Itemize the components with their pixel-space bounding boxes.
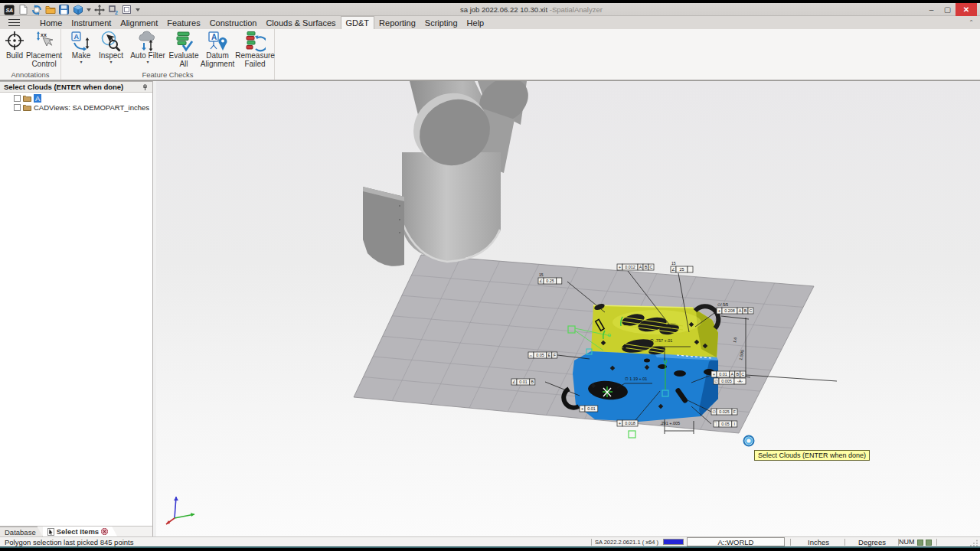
- gdt-annotation[interactable]: ⌖0.012ABC: [617, 264, 654, 270]
- svg-text:0.018: 0.018: [625, 421, 635, 425]
- qat-dropdown-icon[interactable]: [86, 5, 91, 15]
- resize-grip[interactable]: [969, 540, 978, 546]
- checkbox[interactable]: [14, 95, 21, 102]
- checkbox[interactable]: [14, 104, 21, 111]
- svg-text:B: B: [736, 372, 739, 377]
- svg-text:∅: ∅: [712, 409, 716, 414]
- auto-filter-button[interactable]: Auto Filter▾: [126, 29, 169, 64]
- progress-indicator: [663, 539, 684, 545]
- gdt-annotation[interactable]: ⌖0.018: [617, 420, 638, 426]
- gdt-annotation[interactable]: ⌓0.05EF: [528, 352, 557, 358]
- placement-control-button[interactable]: xxPlacement Control: [28, 29, 60, 68]
- gdt-annotation[interactable]: ∅0.025F: [711, 409, 737, 415]
- gdt-annotation[interactable]: ⌖0.01ABC: [711, 371, 746, 377]
- svg-text:25: 25: [680, 267, 684, 272]
- close-tab-icon[interactable]: [101, 528, 108, 535]
- ribbon-tab-reporting[interactable]: Reporting: [374, 16, 420, 29]
- tree-item[interactable]: A: [14, 94, 152, 103]
- ribbon-tab-scripting[interactable]: Scripting: [420, 16, 462, 29]
- workspace: Select Clouds (ENTER when done) A CADVie…: [0, 80, 980, 536]
- status-units[interactable]: Inches: [793, 538, 844, 546]
- maximize-button[interactable]: ▢: [939, 3, 956, 16]
- svg-text:B: B: [531, 380, 534, 384]
- svg-text:⌖: ⌖: [619, 421, 621, 425]
- panel-header: Select Clouds (ENTER when done): [0, 82, 152, 93]
- gdt-annotation[interactable]: ⌖0.01: [580, 406, 598, 412]
- ribbon-tab-alignment[interactable]: Alignment: [116, 16, 162, 29]
- svg-text:0.01: 0.01: [719, 372, 727, 377]
- svg-text:∅/ 5/5: ∅/ 5/5: [717, 302, 728, 307]
- tree-item-label[interactable]: CADViews: SA DEMOPART_inches: [34, 103, 149, 112]
- ribbon-tab-help[interactable]: Help: [462, 16, 489, 29]
- svg-text:C: C: [650, 265, 653, 269]
- ribbon-tab-gd-t[interactable]: GD&T: [341, 16, 375, 29]
- status-bar: Polygon selection last picked 845 points…: [0, 536, 980, 546]
- robot-arm[interactable]: [363, 81, 537, 266]
- tree-view: A CADViews: SA DEMOPART_inches: [0, 93, 152, 527]
- close-button[interactable]: ✕: [956, 3, 977, 16]
- folder-icon: [23, 95, 31, 102]
- graphics-viewport[interactable]: ⌖0.012ABC∠2515∠0.2515⌖0.208ABC∅/ 5/5⌓0.0…: [156, 81, 980, 537]
- tree-item[interactable]: CADViews: SA DEMOPART_inches: [14, 103, 152, 112]
- dropdown-caret-icon[interactable]: ▾: [80, 60, 82, 64]
- window-title: sa job 2022.06.22 10.30.xit -SpatialAnal…: [460, 5, 603, 14]
- build-button[interactable]: Build: [2, 29, 28, 60]
- tree-item-label[interactable]: A: [34, 94, 41, 103]
- dropdown-caret-icon[interactable]: ▾: [146, 60, 149, 64]
- ribbon-tab-features[interactable]: Features: [162, 16, 204, 29]
- minimize-button[interactable]: –: [923, 3, 939, 16]
- button-label: Datum Alignment: [201, 52, 234, 68]
- svg-text:15: 15: [539, 272, 544, 277]
- dimension-text: .291 +.005: [660, 421, 680, 425]
- ribbon-tab-clouds-surfaces[interactable]: Clouds & Surfaces: [261, 16, 340, 29]
- view-cube-icon[interactable]: [72, 5, 83, 15]
- gdt-annotation[interactable]: ∠2515: [671, 261, 693, 272]
- status-angle-units[interactable]: Degrees: [847, 538, 897, 546]
- tab-select-items[interactable]: Select Items: [43, 527, 117, 536]
- svg-text:0.005: 0.005: [721, 379, 732, 383]
- cursor: [744, 436, 754, 446]
- letterbox-bottom: [0, 546, 980, 551]
- ribbon-tab-home[interactable]: Home: [35, 16, 67, 29]
- datum-alignment-icon: A: [207, 31, 228, 52]
- svg-text:0.05: 0.05: [536, 353, 544, 357]
- evaluate-all-button[interactable]: Evaluate All: [169, 29, 198, 68]
- select-clouds-panel: Select Clouds (ENTER when done) A CADVie…: [0, 81, 153, 537]
- window-restore-icon[interactable]: [121, 5, 132, 15]
- make-button[interactable]: AMake▾: [67, 29, 96, 64]
- svg-text:B: B: [744, 308, 747, 313]
- new-document-icon[interactable]: [17, 5, 28, 15]
- frame-2-icon[interactable]: 2: [107, 5, 119, 15]
- panel-tab-bar: Database Select Items: [0, 526, 152, 536]
- datum-alignment-button[interactable]: ADatum Alignment: [198, 29, 237, 68]
- remeasure-failed-icon: [244, 31, 266, 52]
- ribbon-tab-construction[interactable]: Construction: [205, 16, 262, 29]
- import-icon[interactable]: [31, 5, 42, 15]
- qat-dropdown-icon-2[interactable]: [135, 5, 140, 15]
- status-indicator-2: [926, 540, 932, 546]
- button-label: Placement Control: [26, 52, 62, 68]
- group-label: Feature Checks: [61, 70, 274, 80]
- ribbon-tab-instrument[interactable]: Instrument: [67, 16, 116, 29]
- svg-text:A: A: [211, 33, 217, 41]
- move-icon[interactable]: [93, 5, 105, 15]
- button-label: Auto Filter: [130, 52, 165, 60]
- open-folder-icon[interactable]: [44, 5, 56, 15]
- button-label: Evaluate All: [169, 52, 199, 68]
- dropdown-caret-icon[interactable]: ▾: [109, 60, 112, 64]
- status-frame[interactable]: A::WORLD: [687, 537, 785, 546]
- remeasure-failed-button[interactable]: Remeasure Failed: [237, 29, 273, 68]
- pin-icon[interactable]: [142, 84, 149, 91]
- inspect-button[interactable]: Inspect▾: [96, 29, 126, 64]
- collapse-ribbon-icon[interactable]: ⌃: [969, 19, 974, 26]
- svg-text:⏋: ⏋: [714, 422, 718, 426]
- sa-logo-icon[interactable]: SA: [3, 5, 15, 15]
- tab-database[interactable]: Database: [0, 527, 43, 536]
- gdt-annotation[interactable]: ∠0.01B: [511, 379, 535, 385]
- menu-icon[interactable]: [0, 16, 28, 29]
- gdt-annotation[interactable]: ∅0.005-A-: [714, 378, 746, 384]
- svg-text:A: A: [639, 265, 642, 269]
- svg-text:A: A: [730, 372, 733, 377]
- save-icon[interactable]: [58, 5, 70, 15]
- gdt-annotation[interactable]: ⏋0.05I: [714, 421, 737, 427]
